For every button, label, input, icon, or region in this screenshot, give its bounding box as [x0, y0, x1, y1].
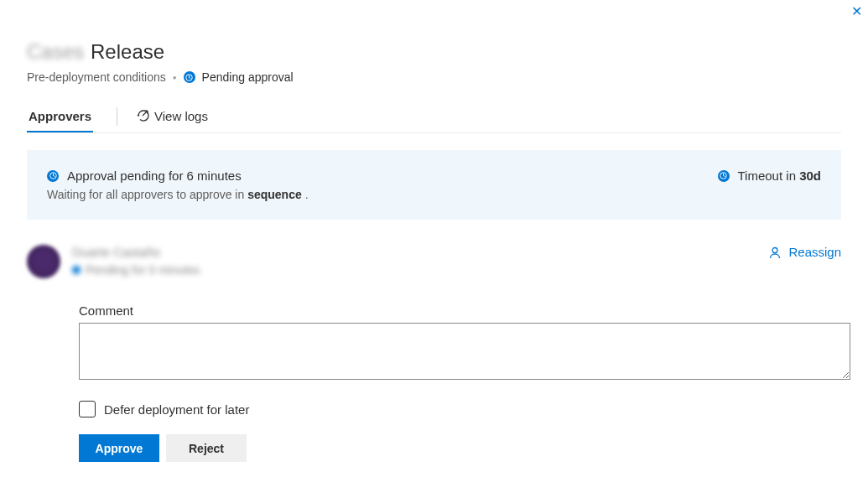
approve-button[interactable]: Approve: [79, 434, 159, 462]
timeout-prefix: Timeout in: [738, 169, 800, 183]
tab-divider: [117, 107, 117, 126]
clock-icon: [184, 71, 195, 83]
approval-form: Comment Defer deployment for later Appro…: [79, 303, 841, 462]
banner-sub-suffix: .: [302, 188, 309, 201]
tab-view-logs-label: View logs: [154, 109, 208, 123]
header: Cases Release Pre-deployment conditions …: [27, 0, 841, 84]
pending-banner: Approval pending for 6 minutes Waiting f…: [27, 150, 841, 220]
banner-title-prefix: Approval pending for: [67, 169, 187, 183]
tabs: Approvers View logs: [27, 107, 841, 133]
banner-sub-bold: sequence: [247, 188, 302, 201]
banner-title: Approval pending for 6 minutes: [67, 169, 242, 183]
tab-view-logs[interactable]: View logs: [134, 109, 210, 132]
timeout-text: Timeout in 30d: [738, 169, 822, 183]
status-dot-icon: [72, 266, 81, 274]
defer-label[interactable]: Defer deployment for later: [104, 402, 249, 417]
banner-subtitle: Waiting for all approvers to approve in …: [47, 188, 309, 201]
breadcrumb-separator: ●: [173, 74, 177, 81]
breadcrumb: Pre-deployment conditions ● Pending appr…: [27, 70, 841, 84]
breadcrumb-item: Pre-deployment conditions: [27, 70, 166, 84]
person-icon: [768, 246, 782, 259]
close-button[interactable]: [848, 5, 863, 20]
comment-input[interactable]: [79, 323, 850, 380]
svg-point-3: [772, 247, 777, 252]
breadcrumb-status: Pending approval: [202, 70, 294, 84]
clock-icon: [718, 170, 730, 182]
banner-sub-prefix: Waiting for all approvers to approve in: [47, 188, 247, 201]
title-prefix-blurred: Cases: [27, 40, 84, 64]
tab-approvers[interactable]: Approvers: [27, 109, 93, 132]
open-icon: [136, 109, 149, 122]
approver-status-text: Pending for 0 minutes: [86, 263, 200, 277]
defer-checkbox[interactable]: [79, 401, 96, 417]
banner-duration: 6 minutes: [187, 169, 242, 183]
reject-button[interactable]: Reject: [166, 434, 247, 462]
timeout-value: 30d: [799, 169, 821, 183]
approver-row: Duarte Castaño Pending for 0 minutes Rea…: [27, 245, 841, 278]
page-title: Release: [91, 40, 164, 64]
clock-icon: [47, 170, 59, 182]
approver-name-blurred: Duarte Castaño: [72, 245, 200, 260]
reassign-button[interactable]: Reassign: [768, 245, 841, 259]
comment-label: Comment: [79, 303, 841, 318]
avatar: [27, 245, 60, 278]
reassign-label: Reassign: [788, 245, 841, 259]
approver-status-blurred: Pending for 0 minutes: [72, 263, 200, 277]
